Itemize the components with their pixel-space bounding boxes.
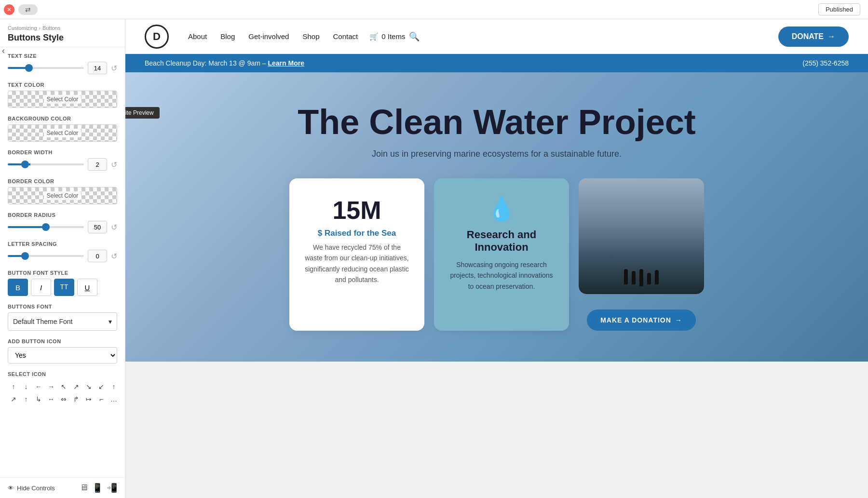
border-width-value: 2: [88, 158, 107, 171]
border-color-select-label: Select Color: [44, 191, 81, 200]
desktop-view-icon[interactable]: 🖥: [80, 483, 88, 493]
icon-down-right-arrow[interactable]: ↘: [83, 381, 95, 392]
hero-title: The Clean Water Project: [145, 103, 849, 141]
panel-title: Buttons Style: [8, 33, 117, 43]
learn-more-link[interactable]: Learn More: [268, 59, 304, 67]
hero-inner: Site Preview The Clean Water Project Joi…: [145, 103, 849, 331]
icon-curl-up[interactable]: ↗: [8, 393, 19, 405]
hero-center: The Clean Water Project Join us in prese…: [145, 103, 849, 331]
icon-down-arrow[interactable]: ↓: [20, 381, 32, 392]
published-button[interactable]: Published: [818, 3, 860, 15]
text-color-label: TEXT COLOR: [8, 82, 117, 88]
font-tt-button[interactable]: TT: [54, 279, 74, 296]
icon-left-arrow[interactable]: ←: [33, 381, 44, 392]
icon-down-left-arrow[interactable]: ↙: [95, 381, 107, 392]
buttons-font-dropdown[interactable]: Default Theme Font ▾: [8, 312, 117, 331]
card-title-blue: $ Raised for the Sea: [304, 229, 410, 238]
cart-count: 0 Items: [381, 32, 405, 40]
icon-right-arrow[interactable]: →: [45, 381, 57, 392]
donation-btn-arrow-icon: →: [675, 316, 682, 324]
text-size-reset[interactable]: ↺: [111, 64, 117, 73]
site-preview-badge: Site Preview: [125, 107, 160, 119]
select-icon-group: SELECT ICON ↑ ↓ ← → ↖ ↗ ↘ ↙ ↑ ↗ ↑ ↳: [8, 371, 117, 405]
mobile-view-icon[interactable]: 📲: [107, 483, 117, 493]
panel-bottom: 👁 Hide Controls 🖥 📱 📲: [0, 477, 125, 498]
border-width-reset[interactable]: ↺: [111, 160, 117, 169]
nav-shop[interactable]: Shop: [302, 32, 319, 40]
border-color-swatch[interactable]: Select Color: [8, 187, 117, 204]
customizer-panel: ‹ Customizing › Buttons Buttons Style TE…: [0, 19, 125, 498]
icon-up-arrow[interactable]: ↑: [8, 381, 19, 392]
top-bar-right: Published: [818, 3, 864, 15]
back-button[interactable]: ‹: [2, 46, 5, 56]
border-radius-value: 50: [88, 221, 107, 233]
add-icon-select[interactable]: Yes No: [8, 347, 117, 363]
buttons-font-value: Default Theme Font: [13, 318, 72, 325]
card-text-2: Showcasing ongoing research projects, te…: [448, 259, 555, 292]
icon-both-ways[interactable]: ↔: [45, 393, 57, 405]
nav-links: About Blog Get-involved Shop Contact: [188, 32, 358, 40]
hero-subtitle: Join us in preserving marine ecosystems …: [145, 149, 849, 159]
border-radius-reset[interactable]: ↺: [111, 223, 117, 232]
border-radius-group: BORDER RADIUS 50 ↺: [8, 212, 117, 233]
font-style-buttons: B I TT U: [8, 279, 117, 296]
search-icon[interactable]: 🔍: [409, 31, 420, 42]
bg-color-label: BACKGROUND COLOR: [8, 116, 117, 121]
donate-arrow-icon: →: [827, 32, 835, 41]
view-icons: 🖥 📱 📲: [80, 483, 117, 493]
letter-spacing-value: 0: [88, 250, 107, 262]
icon-up-right-arrow[interactable]: ↗: [70, 381, 82, 392]
announcement-text: Beach Cleanup Day: March 13 @ 9am – Lear…: [145, 59, 304, 67]
nav-contact[interactable]: Contact: [333, 32, 358, 40]
icon-double-both[interactable]: ⇔: [58, 393, 69, 405]
buttons-font-label: BUTTONS FONT: [8, 304, 117, 310]
cards-row: 15M $ Raised for the Sea We have recycle…: [145, 178, 849, 331]
font-bold-button[interactable]: B: [8, 279, 28, 296]
hide-controls-button[interactable]: 👁 Hide Controls: [8, 485, 55, 492]
text-size-slider[interactable]: [8, 67, 84, 69]
border-width-slider[interactable]: [8, 163, 84, 165]
icon-corner[interactable]: ⌐: [95, 393, 107, 405]
bg-color-swatch[interactable]: Select Color: [8, 124, 117, 142]
nav-get-involved[interactable]: Get-involved: [248, 32, 289, 40]
tablet-view-icon[interactable]: 📱: [92, 483, 103, 493]
text-color-swatch[interactable]: Select Color: [8, 91, 117, 108]
eye-icon: 👁: [8, 485, 14, 492]
donate-button[interactable]: DONATE →: [778, 27, 849, 47]
breadcrumb-separator: ›: [39, 26, 41, 31]
card-1: 15M $ Raised for the Sea We have recycle…: [289, 178, 424, 331]
site-logo: D: [145, 25, 169, 49]
make-donation-button[interactable]: MAKE A DONATION →: [587, 310, 696, 331]
top-bar-left: ✕ ⇄: [4, 4, 38, 15]
close-button[interactable]: ✕: [4, 4, 14, 15]
panel-controls: TEXT SIZE 14 ↺ TEXT COLOR Select Color: [0, 47, 125, 477]
breadcrumb-end: Buttons: [42, 25, 60, 31]
card-text-1: We have recycled 75% of the waste from o…: [304, 242, 410, 285]
icon-turn-up[interactable]: ↑: [20, 393, 32, 405]
undo-redo-buttons[interactable]: ⇄: [18, 4, 38, 15]
font-underline-button[interactable]: U: [77, 279, 97, 296]
hero-photo: [579, 178, 704, 294]
letter-spacing-reset[interactable]: ↺: [111, 252, 117, 261]
cart-area[interactable]: 🛒 0 Items: [369, 32, 405, 41]
letter-spacing-group: LETTER SPACING 0 ↺: [8, 241, 117, 262]
nav-about[interactable]: About: [188, 32, 207, 40]
icon-ne-arrow[interactable]: ↑: [108, 381, 120, 392]
letter-spacing-slider[interactable]: [8, 255, 84, 257]
letter-spacing-row: 0 ↺: [8, 250, 117, 262]
icon-enter[interactable]: ↱: [70, 393, 82, 405]
icon-return[interactable]: ↳: [33, 393, 44, 405]
font-italic-button[interactable]: I: [31, 279, 51, 296]
letter-spacing-label: LETTER SPACING: [8, 241, 117, 247]
site-preview: D About Blog Get-involved Shop Contact 🛒…: [125, 19, 868, 498]
nav-blog[interactable]: Blog: [220, 32, 235, 40]
hero-section: Site Preview The Clean Water Project Joi…: [125, 72, 868, 362]
icon-up-left-arrow[interactable]: ↖: [58, 381, 69, 392]
icon-more[interactable]: …: [108, 393, 120, 405]
font-style-group: BUTTON FONT STYLE B I TT U: [8, 270, 117, 296]
text-size-row: 14 ↺: [8, 62, 117, 74]
border-radius-slider[interactable]: [8, 226, 84, 228]
icon-right-bar[interactable]: ↦: [83, 393, 95, 405]
buttons-font-group: BUTTONS FONT Default Theme Font ▾: [8, 304, 117, 331]
font-style-label: BUTTON FONT STYLE: [8, 270, 117, 276]
